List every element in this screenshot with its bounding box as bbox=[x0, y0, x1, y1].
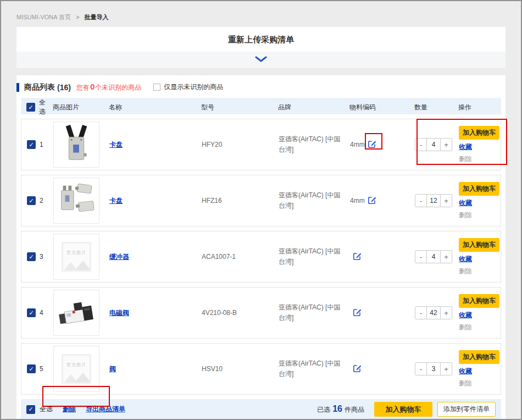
delete-link[interactable]: 删除 bbox=[459, 154, 472, 164]
header-model: 型号 bbox=[200, 103, 277, 112]
breadcrumb-separator: > bbox=[76, 14, 79, 20]
edit-code-icon[interactable] bbox=[353, 364, 362, 374]
filter-unrecognized-label: 仅显示未识别的商品 bbox=[164, 82, 223, 92]
add-to-cart-button[interactable]: 加入购物车 bbox=[459, 126, 499, 140]
product-image-placeholder[interactable]: 暂无图片 bbox=[53, 234, 99, 280]
row-index: 1 bbox=[40, 141, 43, 148]
qty-plus-button[interactable]: + bbox=[441, 363, 452, 375]
delete-link[interactable]: 删除 bbox=[459, 379, 472, 388]
product-model: HFY20 bbox=[201, 141, 277, 148]
favorite-link[interactable]: 收藏 bbox=[459, 311, 472, 320]
chevron-down-icon bbox=[255, 56, 267, 64]
add-to-cart-button[interactable]: 加入购物车 bbox=[459, 294, 499, 308]
quantity-input[interactable]: 3 bbox=[426, 363, 441, 375]
selected-count-info: 已选16件商品 bbox=[317, 404, 364, 415]
quantity-stepper: - 4 + bbox=[415, 138, 452, 151]
qty-plus-button[interactable]: + bbox=[441, 195, 452, 207]
product-image-solenoid-valve[interactable] bbox=[53, 290, 99, 336]
quantity-stepper: - 12 + bbox=[415, 194, 452, 207]
footer-delete-link[interactable]: 删除 bbox=[63, 405, 76, 414]
product-name-link[interactable]: 电磁阀 bbox=[109, 309, 129, 317]
material-code: 4mm bbox=[350, 141, 365, 148]
row-index: 4 bbox=[40, 309, 43, 317]
row-checkbox[interactable]: ✓ bbox=[27, 196, 36, 205]
qty-plus-button[interactable]: + bbox=[441, 251, 452, 263]
add-to-cart-button[interactable]: 加入购物车 bbox=[459, 182, 499, 196]
favorite-link[interactable]: 收藏 bbox=[459, 198, 472, 208]
header-image: 商品图片 bbox=[52, 103, 108, 112]
product-image-gripper-set[interactable] bbox=[53, 178, 99, 224]
filter-unrecognized-checkbox[interactable] bbox=[153, 84, 160, 91]
favorite-link[interactable]: 收藏 bbox=[459, 142, 472, 152]
edit-code-icon[interactable] bbox=[368, 140, 376, 150]
qty-minus-button[interactable]: - bbox=[415, 307, 426, 319]
select-all-checkbox[interactable]: ✓ bbox=[26, 103, 35, 112]
page-title: 重新上传采购清单 bbox=[16, 27, 506, 52]
quantity-stepper: - 4 + bbox=[415, 250, 452, 263]
no-image-label: 暂无图片 bbox=[66, 250, 86, 256]
favorite-link[interactable]: 收藏 bbox=[459, 367, 472, 376]
qty-plus-button[interactable]: + bbox=[441, 139, 452, 151]
product-brand: 亚德客(AirTAC) [中国 台湾] bbox=[279, 358, 342, 379]
quantity-input[interactable]: 4 bbox=[426, 139, 441, 151]
list-count: (16) bbox=[57, 83, 71, 92]
selected-count: 16 bbox=[332, 404, 342, 413]
favorite-link[interactable]: 收藏 bbox=[459, 255, 472, 264]
row-index: 2 bbox=[40, 197, 43, 205]
collapse-toggle[interactable] bbox=[16, 52, 506, 68]
edit-code-icon[interactable] bbox=[368, 196, 376, 206]
table-row: ✓ 5 暂无图片 阀 HSV10 亚德客(AirTAC) [中国 台湾] bbox=[21, 343, 501, 395]
qty-minus-button[interactable]: - bbox=[415, 251, 426, 263]
quantity-input[interactable]: 4 bbox=[426, 251, 441, 263]
material-code: 4mm bbox=[350, 197, 365, 205]
selected-suffix: 件商品 bbox=[345, 406, 364, 413]
edit-code-icon[interactable] bbox=[353, 252, 362, 262]
header-name: 名称 bbox=[108, 103, 200, 112]
product-brand: 亚德客(AirTAC) [中国 台湾] bbox=[279, 134, 342, 154]
footer-add-to-parts-list-button[interactable]: 添加到零件清单 bbox=[437, 402, 496, 417]
product-name-link[interactable]: 缓冲器 bbox=[109, 253, 129, 261]
table-header-row: ✓ 全选 商品图片 名称 型号 品牌 物料编码 数量 操作 bbox=[21, 98, 501, 114]
row-checkbox[interactable]: ✓ bbox=[27, 252, 36, 261]
quantity-input[interactable]: 12 bbox=[426, 195, 441, 207]
breadcrumb-home-link[interactable]: MISUMI-VONA 首页 bbox=[16, 14, 71, 20]
edit-code-icon[interactable] bbox=[353, 308, 362, 318]
row-checkbox[interactable]: ✓ bbox=[27, 308, 36, 317]
header-brand: 品牌 bbox=[277, 103, 348, 112]
add-to-cart-button[interactable]: 加入购物车 bbox=[459, 238, 499, 252]
list-footer-bar: ✓ 全选 删除 导出商品清单 已选16件商品 加入购物车 添加到零件清单 bbox=[21, 399, 501, 419]
footer-select-all-checkbox[interactable]: ✓ bbox=[26, 405, 35, 414]
breadcrumb: MISUMI-VONA 首页 > 批量导入 bbox=[1, 1, 521, 21]
qty-minus-button[interactable]: - bbox=[415, 195, 426, 207]
no-image-icon: 暂无图片 bbox=[62, 242, 91, 272]
quantity-stepper: - 3 + bbox=[415, 362, 452, 375]
table-row: ✓ 4 bbox=[21, 287, 501, 339]
product-model: ACA1007-1 bbox=[201, 253, 277, 261]
batch-import-page: MISUMI-VONA 首页 > 批量导入 重新上传采购清单 商品列表 (16)… bbox=[0, 0, 522, 420]
delete-link[interactable]: 删除 bbox=[459, 267, 472, 276]
qty-minus-button[interactable]: - bbox=[415, 363, 426, 375]
product-model: HFZ16 bbox=[201, 197, 277, 205]
row-index: 5 bbox=[40, 365, 43, 373]
row-checkbox[interactable]: ✓ bbox=[27, 140, 36, 149]
delete-link[interactable]: 删除 bbox=[459, 323, 472, 332]
qty-minus-button[interactable]: - bbox=[415, 139, 426, 151]
product-name-link[interactable]: 阀 bbox=[109, 365, 116, 373]
row-checkbox[interactable]: ✓ bbox=[27, 364, 36, 373]
product-image-placeholder[interactable]: 暂无图片 bbox=[53, 346, 99, 392]
quantity-input[interactable]: 42 bbox=[426, 307, 441, 319]
qty-plus-button[interactable]: + bbox=[441, 307, 452, 319]
product-brand: 亚德客(AirTAC) [中国 台湾] bbox=[279, 190, 342, 211]
delete-link[interactable]: 删除 bbox=[459, 211, 472, 220]
add-to-cart-button[interactable]: 加入购物车 bbox=[459, 350, 499, 364]
footer-export-link[interactable]: 导出商品清单 bbox=[86, 405, 125, 414]
product-name-link[interactable]: 卡盘 bbox=[109, 197, 123, 205]
product-image-gripper[interactable] bbox=[53, 121, 99, 168]
footer-add-to-cart-button[interactable]: 加入购物车 bbox=[374, 402, 432, 417]
footer-select-all-label: 全选 bbox=[40, 405, 53, 414]
product-name-link[interactable]: 卡盘 bbox=[109, 141, 123, 148]
table-row: ✓ 1 卡盘 HFY20 亚德客(AirTAC) [中国 台湾] bbox=[21, 119, 501, 170]
product-model: HSV10 bbox=[201, 365, 277, 373]
row-index: 3 bbox=[40, 253, 43, 261]
quantity-stepper: - 42 + bbox=[415, 306, 452, 319]
